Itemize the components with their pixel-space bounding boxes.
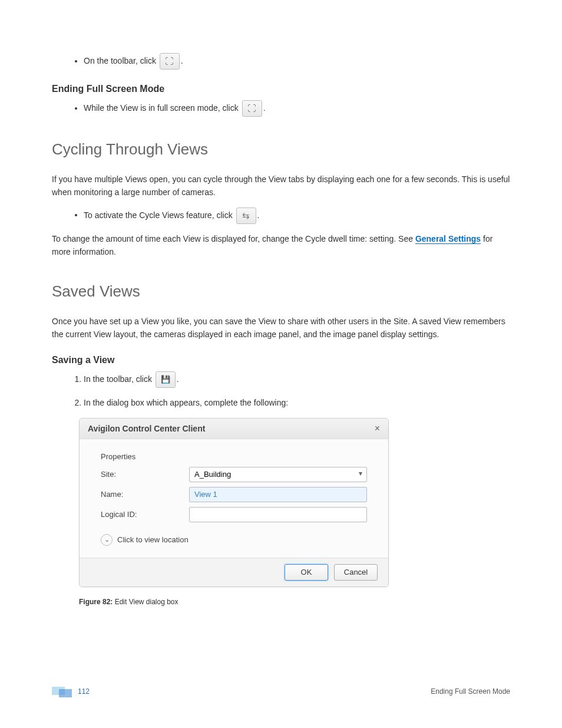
name-input[interactable]	[189, 487, 367, 502]
properties-label: Properties	[101, 452, 367, 461]
saved-views-paragraph: Once you have set up a View you like, yo…	[52, 315, 510, 341]
bullet-toolbar-click: On the toolbar, click ⛶.	[84, 53, 510, 70]
edit-view-dialog: Avigilon Control Center Client × Propert…	[79, 418, 389, 587]
cycle-icon[interactable]: ⇆	[236, 207, 256, 224]
ok-button[interactable]: OK	[285, 564, 328, 581]
text: While the View is in full screen mode, c…	[84, 103, 241, 113]
bullet-while-fullscreen: While the View is in full screen mode, c…	[84, 100, 510, 117]
logical-id-input[interactable]	[189, 507, 367, 522]
expand-label: Click to view location	[117, 535, 189, 544]
step-2: In the dialog box which appears, complet…	[84, 396, 510, 409]
page-ornament-icon	[52, 687, 72, 696]
site-select[interactable]: A_Building	[189, 467, 367, 482]
cycling-heading: Cycling Through Views	[52, 140, 510, 159]
logical-id-label: Logical ID:	[101, 510, 189, 519]
chevron-down-icon: ⌄	[101, 534, 113, 546]
saved-views-heading: Saved Views	[52, 282, 510, 301]
general-settings-link[interactable]: General Settings	[415, 234, 481, 244]
dialog-title-text: Avigilon Control Center Client	[88, 424, 205, 433]
page-number: 112	[78, 687, 90, 696]
text: .	[263, 103, 266, 113]
dialog-titlebar: Avigilon Control Center Client ×	[80, 419, 388, 439]
figure-caption: Figure 82: Edit View dialog box	[79, 598, 510, 606]
name-label: Name:	[101, 490, 189, 499]
text: To change the amount of time each View i…	[52, 234, 415, 243]
fullscreen-icon[interactable]: ⛶	[160, 53, 180, 70]
text: In the toolbar, click	[84, 374, 154, 384]
fullscreen-icon[interactable]: ⛶	[242, 100, 262, 117]
text: .	[177, 374, 179, 384]
close-icon[interactable]: ×	[375, 423, 380, 434]
text: .	[257, 210, 260, 219]
bullet-activate-cycle: To activate the Cycle Views feature, cli…	[84, 207, 510, 224]
cancel-button[interactable]: Cancel	[334, 564, 378, 581]
text: .	[181, 56, 183, 65]
footer-chapter: Ending Full Screen Mode	[431, 687, 510, 696]
expand-location[interactable]: ⌄ Click to view location	[101, 534, 367, 546]
cycling-paragraph-1: If you have multiple Views open, you can…	[52, 173, 510, 199]
save-icon[interactable]: 💾	[156, 371, 176, 388]
text: To activate the Cycle Views feature, cli…	[84, 210, 235, 219]
site-label: Site:	[101, 470, 189, 479]
saving-a-view-heading: Saving a View	[52, 355, 510, 365]
cycling-paragraph-2: To change the amount of time each View i…	[52, 232, 510, 259]
text: On the toolbar, click	[84, 56, 158, 65]
ending-fullscreen-heading: Ending Full Screen Mode	[52, 84, 510, 94]
step-1: In the toolbar, click 💾.	[84, 371, 510, 388]
